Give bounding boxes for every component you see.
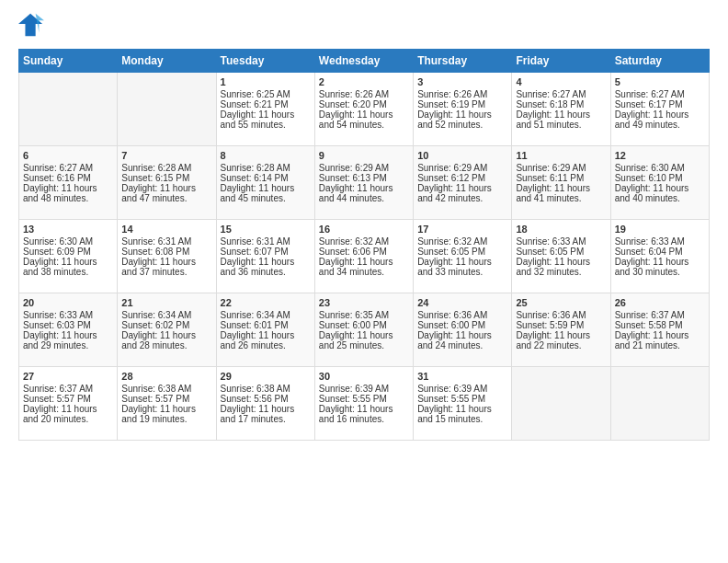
calendar-cell: 12Sunrise: 6:30 AMSunset: 6:10 PMDayligh… bbox=[610, 146, 709, 220]
day-info: Sunrise: 6:28 AM bbox=[121, 163, 211, 173]
day-header-friday: Friday bbox=[512, 50, 610, 73]
page-container: SundayMondayTuesdayWednesdayThursdayFrid… bbox=[0, 0, 728, 450]
calendar-cell bbox=[610, 367, 709, 441]
day-info: Sunrise: 6:37 AM bbox=[23, 384, 113, 394]
day-info: Daylight: 11 hours and 28 minutes. bbox=[121, 330, 211, 350]
day-info: Daylight: 11 hours and 34 minutes. bbox=[319, 257, 409, 277]
logo-icon bbox=[18, 12, 44, 38]
day-number: 11 bbox=[516, 150, 606, 161]
day-info: Daylight: 11 hours and 38 minutes. bbox=[23, 257, 113, 277]
day-number: 26 bbox=[615, 297, 705, 308]
day-number: 2 bbox=[319, 76, 409, 87]
day-info: Sunrise: 6:29 AM bbox=[417, 163, 507, 173]
day-info: Daylight: 11 hours and 55 minutes. bbox=[221, 109, 311, 130]
day-number: 1 bbox=[221, 76, 311, 87]
day-info: Sunrise: 6:26 AM bbox=[417, 89, 507, 99]
day-number: 30 bbox=[319, 371, 409, 382]
day-info: Sunrise: 6:27 AM bbox=[516, 89, 606, 99]
day-number: 24 bbox=[417, 297, 507, 308]
day-info: Daylight: 11 hours and 19 minutes. bbox=[121, 404, 211, 424]
day-info: Daylight: 11 hours and 42 minutes. bbox=[417, 183, 507, 203]
day-info: Daylight: 11 hours and 24 minutes. bbox=[417, 330, 507, 350]
day-info: Sunrise: 6:27 AM bbox=[23, 163, 113, 173]
day-header-tuesday: Tuesday bbox=[216, 50, 314, 73]
day-info: Sunrise: 6:38 AM bbox=[221, 384, 311, 394]
day-number: 20 bbox=[23, 297, 113, 308]
day-info: Sunrise: 6:27 AM bbox=[615, 89, 705, 99]
day-info: Sunrise: 6:32 AM bbox=[417, 236, 507, 247]
day-info: Sunset: 6:05 PM bbox=[516, 247, 606, 257]
day-info: Sunrise: 6:30 AM bbox=[615, 163, 705, 173]
day-number: 17 bbox=[417, 224, 507, 235]
calendar-cell: 5Sunrise: 6:27 AMSunset: 6:17 PMDaylight… bbox=[610, 73, 709, 146]
week-row-2: 6Sunrise: 6:27 AMSunset: 6:16 PMDaylight… bbox=[19, 146, 710, 220]
day-info: Sunrise: 6:35 AM bbox=[319, 310, 409, 320]
day-number: 23 bbox=[319, 297, 409, 308]
day-info: Sunset: 6:09 PM bbox=[23, 247, 113, 257]
calendar-cell: 26Sunrise: 6:37 AMSunset: 5:58 PMDayligh… bbox=[610, 293, 709, 367]
day-info: Sunset: 5:55 PM bbox=[417, 394, 507, 404]
day-number: 4 bbox=[516, 76, 606, 87]
day-info: Sunrise: 6:39 AM bbox=[417, 384, 507, 394]
day-info: Sunrise: 6:33 AM bbox=[615, 236, 705, 247]
day-info: Daylight: 11 hours and 25 minutes. bbox=[319, 330, 409, 350]
day-info: Daylight: 11 hours and 47 minutes. bbox=[121, 183, 211, 203]
day-info: Daylight: 11 hours and 40 minutes. bbox=[615, 183, 705, 203]
day-info: Sunrise: 6:29 AM bbox=[516, 163, 606, 173]
day-info: Sunset: 6:05 PM bbox=[417, 247, 507, 257]
calendar-cell: 19Sunrise: 6:33 AMSunset: 6:04 PMDayligh… bbox=[610, 220, 709, 293]
day-info: Daylight: 11 hours and 33 minutes. bbox=[417, 257, 507, 277]
calendar-cell: 27Sunrise: 6:37 AMSunset: 5:57 PMDayligh… bbox=[19, 367, 118, 441]
day-info: Sunset: 6:03 PM bbox=[23, 320, 113, 330]
day-info: Daylight: 11 hours and 17 minutes. bbox=[221, 404, 311, 424]
day-info: Sunset: 6:14 PM bbox=[221, 173, 311, 183]
calendar-cell: 8Sunrise: 6:28 AMSunset: 6:14 PMDaylight… bbox=[216, 146, 314, 220]
calendar-cell: 3Sunrise: 6:26 AMSunset: 6:19 PMDaylight… bbox=[414, 73, 512, 146]
day-info: Daylight: 11 hours and 22 minutes. bbox=[516, 330, 606, 350]
day-header-monday: Monday bbox=[118, 50, 216, 73]
day-info: Sunrise: 6:36 AM bbox=[417, 310, 507, 320]
day-info: Sunrise: 6:25 AM bbox=[221, 89, 311, 99]
day-info: Daylight: 11 hours and 54 minutes. bbox=[319, 109, 409, 130]
day-info: Daylight: 11 hours and 21 minutes. bbox=[615, 330, 705, 350]
calendar-cell: 25Sunrise: 6:36 AMSunset: 5:59 PMDayligh… bbox=[512, 293, 610, 367]
day-info: Daylight: 11 hours and 45 minutes. bbox=[221, 183, 311, 203]
day-number: 22 bbox=[221, 297, 311, 308]
calendar-cell: 1Sunrise: 6:25 AMSunset: 6:21 PMDaylight… bbox=[216, 73, 314, 146]
day-info: Sunset: 6:11 PM bbox=[516, 173, 606, 183]
day-info: Sunrise: 6:36 AM bbox=[516, 310, 606, 320]
day-number: 7 bbox=[121, 150, 211, 161]
calendar-cell: 17Sunrise: 6:32 AMSunset: 6:05 PMDayligh… bbox=[414, 220, 512, 293]
day-number: 29 bbox=[221, 371, 311, 382]
day-info: Sunset: 5:56 PM bbox=[221, 394, 311, 404]
calendar-cell: 20Sunrise: 6:33 AMSunset: 6:03 PMDayligh… bbox=[19, 293, 118, 367]
day-info: Daylight: 11 hours and 29 minutes. bbox=[23, 330, 113, 350]
header bbox=[18, 14, 710, 40]
day-info: Daylight: 11 hours and 52 minutes. bbox=[417, 109, 507, 130]
day-info: Sunrise: 6:28 AM bbox=[221, 163, 311, 173]
calendar-cell: 11Sunrise: 6:29 AMSunset: 6:11 PMDayligh… bbox=[512, 146, 610, 220]
calendar-table: SundayMondayTuesdayWednesdayThursdayFrid… bbox=[18, 49, 710, 441]
day-info: Sunrise: 6:34 AM bbox=[221, 310, 311, 320]
calendar-cell: 16Sunrise: 6:32 AMSunset: 6:06 PMDayligh… bbox=[314, 220, 413, 293]
day-number: 16 bbox=[319, 224, 409, 235]
week-row-4: 20Sunrise: 6:33 AMSunset: 6:03 PMDayligh… bbox=[19, 293, 710, 367]
day-info: Sunrise: 6:34 AM bbox=[121, 310, 211, 320]
day-info: Daylight: 11 hours and 30 minutes. bbox=[615, 257, 705, 277]
calendar-cell: 10Sunrise: 6:29 AMSunset: 6:12 PMDayligh… bbox=[414, 146, 512, 220]
day-number: 27 bbox=[23, 371, 113, 382]
calendar-cell: 24Sunrise: 6:36 AMSunset: 6:00 PMDayligh… bbox=[414, 293, 512, 367]
day-header-wednesday: Wednesday bbox=[314, 50, 413, 73]
calendar-cell bbox=[512, 367, 610, 441]
week-row-3: 13Sunrise: 6:30 AMSunset: 6:09 PMDayligh… bbox=[19, 220, 710, 293]
calendar-cell: 28Sunrise: 6:38 AMSunset: 5:57 PMDayligh… bbox=[118, 367, 216, 441]
calendar-cell: 21Sunrise: 6:34 AMSunset: 6:02 PMDayligh… bbox=[118, 293, 216, 367]
day-info: Sunset: 6:19 PM bbox=[417, 99, 507, 109]
day-info: Sunset: 6:13 PM bbox=[319, 173, 409, 183]
day-info: Sunset: 5:55 PM bbox=[319, 394, 409, 404]
day-info: Sunset: 6:12 PM bbox=[417, 173, 507, 183]
calendar-cell: 9Sunrise: 6:29 AMSunset: 6:13 PMDaylight… bbox=[314, 146, 413, 220]
day-header-sunday: Sunday bbox=[19, 50, 118, 73]
day-info: Daylight: 11 hours and 49 minutes. bbox=[615, 109, 705, 130]
day-info: Daylight: 11 hours and 41 minutes. bbox=[516, 183, 606, 203]
